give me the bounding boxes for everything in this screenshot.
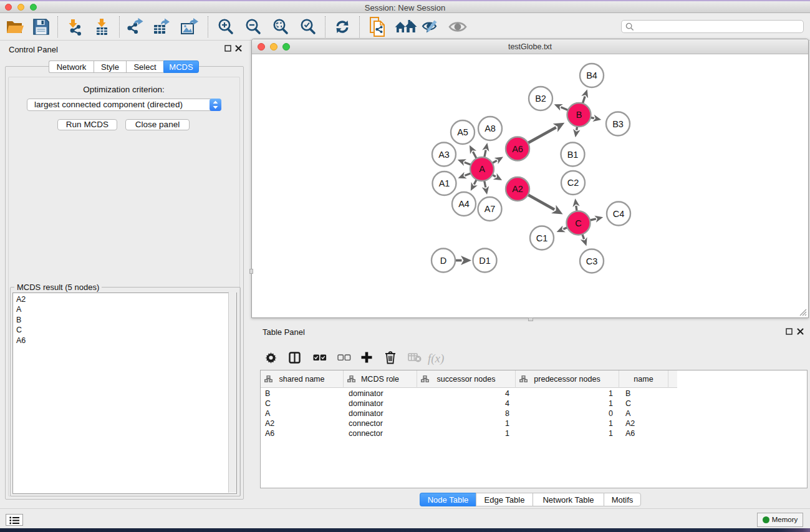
svg-text:A7: A7 <box>485 204 496 214</box>
svg-text:A4: A4 <box>458 199 470 209</box>
svg-text:A2: A2 <box>512 184 523 194</box>
svg-text:B1: B1 <box>567 150 579 160</box>
svg-text:C2: C2 <box>567 178 579 188</box>
svg-text:B4: B4 <box>586 70 597 80</box>
svg-text:A8: A8 <box>485 123 496 133</box>
svg-text:B: B <box>576 110 582 120</box>
svg-text:A: A <box>479 164 485 174</box>
svg-text:C: C <box>575 218 581 228</box>
svg-text:C1: C1 <box>536 233 548 243</box>
svg-text:C4: C4 <box>613 209 625 219</box>
svg-text:C3: C3 <box>586 256 598 266</box>
svg-text:A5: A5 <box>457 127 468 137</box>
svg-text:A6: A6 <box>512 144 523 154</box>
svg-text:D1: D1 <box>479 256 491 266</box>
svg-text:B2: B2 <box>535 94 546 104</box>
svg-text:A1: A1 <box>439 178 450 188</box>
svg-text:A3: A3 <box>438 150 450 160</box>
svg-text:B3: B3 <box>612 119 624 129</box>
svg-text:D: D <box>440 256 446 266</box>
